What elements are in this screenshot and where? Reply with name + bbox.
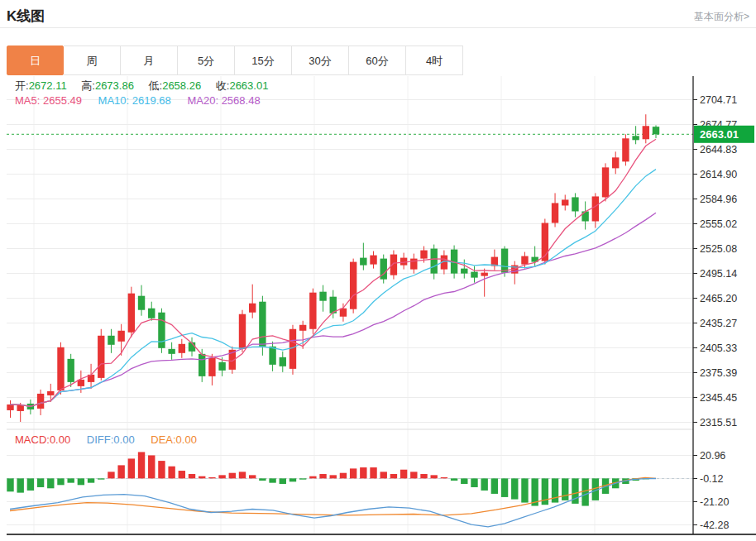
candle-body (562, 199, 568, 205)
macd-tick-label: -42.28 (700, 519, 729, 531)
candle-body (280, 357, 286, 366)
svg-text:2663.01: 2663.01 (700, 128, 739, 141)
candle-body (98, 336, 104, 378)
candle-body (653, 127, 659, 134)
candle-body (461, 269, 467, 274)
macd-bar (511, 478, 518, 499)
ohlc-readout: 开:2672.11 高:2673.86 低:2658.26 收:2663.01 (15, 79, 280, 93)
price-tick-label: 2435.27 (700, 318, 737, 329)
candle-body (148, 309, 155, 318)
candle-body (390, 255, 397, 275)
candle-body (128, 294, 135, 333)
macd-bar (168, 467, 175, 479)
candle-body (57, 347, 64, 390)
price-gridlines (7, 100, 693, 525)
candle-body (117, 331, 124, 342)
candle-body (420, 251, 427, 259)
candle-body (592, 196, 599, 221)
candle-body (218, 362, 225, 371)
macd-bar (309, 476, 316, 479)
macd-bar (370, 467, 376, 478)
candle-body (199, 354, 205, 376)
macd-bar (420, 474, 427, 478)
macd-bar (88, 478, 94, 482)
macd-bar (562, 478, 568, 500)
macd-bar (471, 478, 477, 487)
candle-body (632, 136, 639, 140)
macd-value: MACD:0.00 (15, 433, 70, 446)
candle-body (208, 358, 215, 376)
price-tick-label: 2525.08 (700, 243, 737, 255)
ma10-value: MA10: 2619.68 (98, 94, 171, 107)
candle-body (67, 359, 74, 382)
macd-bar (179, 471, 185, 478)
macd-bar (269, 478, 275, 482)
macd-bar (148, 455, 155, 478)
macd-bar (249, 475, 256, 478)
candle-body (319, 292, 326, 301)
macd-bar (501, 478, 508, 497)
candle-body (37, 394, 44, 409)
price-tick-label: 2465.20 (700, 293, 737, 304)
low-label: 低: (149, 79, 163, 92)
candle-body (350, 262, 356, 309)
macd-bar (400, 470, 407, 479)
macd-bar (299, 478, 306, 479)
macd-bar (350, 468, 356, 478)
price-tick-label: 2704.71 (700, 94, 737, 106)
diff-value: DIFF:0.00 (87, 433, 135, 446)
candle-body (47, 391, 54, 395)
macd-bar (380, 472, 387, 478)
macd-bar (259, 478, 266, 481)
macd-bar (27, 478, 34, 491)
macd-bar (108, 472, 114, 478)
axis-labels: 2704.712674.772644.832614.902584.962555.… (693, 94, 737, 531)
ma5-line (11, 139, 657, 406)
candle-body (622, 138, 629, 161)
candle-body (552, 203, 558, 223)
candle-body (431, 249, 438, 274)
candle-body (108, 336, 114, 345)
low-value: 2658.26 (162, 79, 201, 92)
price-tick-label: 2555.02 (700, 218, 737, 230)
candle-body (612, 157, 619, 168)
macd-bar (208, 477, 215, 478)
macd-bar (330, 475, 337, 478)
candle-body (138, 296, 145, 310)
candle-body (581, 211, 588, 221)
price-tick-label: 2405.33 (700, 342, 737, 354)
candle-body (168, 349, 175, 354)
candle-body (259, 302, 266, 347)
price-tick-label: 2584.96 (700, 194, 737, 205)
macd-bar (441, 477, 447, 478)
macd-bar (17, 478, 23, 492)
candle-body (572, 197, 578, 211)
macd-bar (340, 473, 347, 479)
macd-bar (189, 474, 195, 478)
current-price-label: 2663.01 (694, 126, 754, 143)
close-value: 2663.01 (229, 79, 268, 92)
candle-body (17, 405, 23, 411)
macd-bar (57, 478, 64, 485)
candle-body (643, 126, 649, 139)
macd-bar (289, 478, 296, 481)
candle-body (602, 167, 609, 197)
macd-readout: MACD:0.00 DIFF:0.00 DEA:0.00 (15, 433, 197, 446)
ma20-value: MA20: 2568.48 (187, 94, 260, 107)
candle-body (269, 347, 275, 365)
macd-bar (199, 476, 205, 479)
ma10-line (11, 170, 657, 407)
macd-bar (552, 478, 558, 502)
price-tick-label: 2315.51 (700, 417, 737, 428)
price-tick-label: 2614.90 (700, 169, 737, 180)
macd-bar (37, 478, 44, 487)
macd-bar (239, 472, 246, 478)
kline-widget: K线图 基本面分析> 日 周 月 5分 15分 30分 60分 4时 2704.… (0, 0, 756, 541)
candle-body (7, 405, 13, 410)
macd-bar (229, 473, 236, 479)
candle-body (410, 259, 417, 270)
macd-bar (218, 475, 225, 478)
price-tick-label: 2644.83 (700, 144, 737, 156)
price-tick-label: 2375.39 (700, 367, 737, 379)
macd-bar (491, 478, 498, 494)
